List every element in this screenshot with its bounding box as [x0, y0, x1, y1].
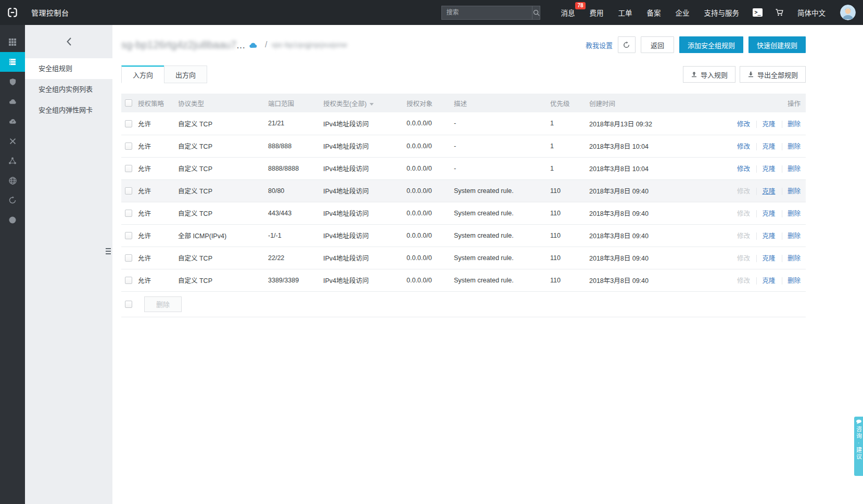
node-cluster-icon[interactable]: [0, 151, 25, 171]
tab-inbound[interactable]: 入方向: [121, 66, 164, 83]
select-all-checkbox[interactable]: [125, 99, 132, 107]
clone-link[interactable]: 克隆: [756, 143, 775, 150]
ecs-instances-icon[interactable]: [0, 52, 25, 72]
cell-description: -: [453, 112, 549, 135]
row-checkbox[interactable]: [125, 277, 132, 284]
sidebar-item-security-group-rules[interactable]: 安全组规则: [25, 58, 112, 79]
cloud-edit-icon[interactable]: [249, 42, 257, 48]
delete-link[interactable]: 删除: [782, 121, 801, 128]
table-row: 允许 自定义 TCP 3389/3389 IPv4地址段访问 0.0.0.0/0…: [121, 269, 806, 291]
cdn-cycle-icon[interactable]: [0, 190, 25, 210]
console-title: 管理控制台: [31, 7, 69, 18]
cloudshell-icon[interactable]: >_: [753, 8, 763, 17]
cell-protocol: 全部 ICMP(IPv4): [177, 224, 267, 247]
cell-description: System created rule.: [453, 202, 549, 224]
cloud-network-icon[interactable]: [0, 111, 25, 131]
sidebar-drag-handle[interactable]: [106, 244, 113, 258]
cell-port-range: 3389/3389: [267, 269, 322, 291]
row-checkbox[interactable]: [125, 210, 132, 217]
cell-auth-type: IPv4地址段访问: [322, 112, 405, 135]
col-auth-type[interactable]: 授权类型(全部): [322, 94, 405, 112]
cell-auth-type: IPv4地址段访问: [322, 135, 405, 157]
delete-link[interactable]: 删除: [782, 188, 801, 195]
table-row: 允许 自定义 TCP 443/443 IPv4地址段访问 0.0.0.0/0 S…: [121, 202, 806, 224]
sidebar-collapse-button[interactable]: [25, 25, 112, 58]
row-checkbox[interactable]: [125, 120, 132, 127]
cell-auth-type: IPv4地址段访问: [322, 224, 405, 247]
modify-link[interactable]: 修改: [737, 277, 750, 285]
modify-link[interactable]: 修改: [737, 121, 750, 128]
add-security-group-rule-button[interactable]: 添加安全组规则: [679, 36, 743, 53]
cell-auth-type: IPv4地址段访问: [322, 202, 405, 224]
user-avatar[interactable]: [840, 5, 856, 20]
tab-outbound[interactable]: 出方向: [164, 66, 207, 83]
cross-service-icon[interactable]: [0, 131, 25, 151]
delete-link[interactable]: 删除: [782, 165, 801, 173]
export-all-rules-button[interactable]: 导出全部规则: [740, 66, 806, 83]
language-switcher[interactable]: 简体中文: [797, 7, 826, 18]
clone-link[interactable]: 克隆: [756, 277, 775, 285]
nav-icp[interactable]: 备案: [647, 7, 661, 18]
apps-grid-icon[interactable]: [0, 32, 25, 52]
nav-enterprise[interactable]: 企业: [676, 7, 690, 18]
delete-link[interactable]: 删除: [782, 232, 801, 240]
chat-bubble-icon: [856, 419, 862, 424]
feedback-float-tab[interactable]: 咨询·建议: [854, 417, 863, 476]
refresh-button[interactable]: [618, 36, 636, 53]
modify-link[interactable]: 修改: [737, 232, 750, 240]
clone-link[interactable]: 克隆: [756, 210, 775, 217]
cell-description: -: [453, 135, 549, 157]
cell-protocol: 自定义 TCP: [177, 157, 267, 179]
status-circle-icon[interactable]: [0, 210, 25, 230]
col-protocol: 协议类型: [177, 94, 267, 112]
search-icon[interactable]: [532, 6, 540, 19]
delete-link[interactable]: 删除: [782, 210, 801, 217]
clone-link[interactable]: 克隆: [756, 121, 775, 128]
cell-description: System created rule.: [453, 247, 549, 269]
modify-link[interactable]: 修改: [737, 165, 750, 173]
row-checkbox[interactable]: [125, 254, 132, 262]
modify-link[interactable]: 修改: [737, 143, 750, 150]
cell-created-time: 2018年3月8日 09:40: [588, 179, 703, 202]
cloud-storage-icon[interactable]: [0, 92, 25, 111]
quick-create-rule-button[interactable]: 快速创建规则: [748, 36, 806, 53]
security-shield-icon[interactable]: [0, 72, 25, 92]
nav-messages[interactable]: 消息 78: [561, 7, 575, 18]
row-checkbox[interactable]: [125, 187, 132, 195]
globe-network-icon[interactable]: [0, 171, 25, 190]
topbar: 管理控制台 消息 78 费用 工单 备案 企业 支持与服务 >_ 简体中文: [0, 0, 863, 25]
modify-link[interactable]: 修改: [737, 255, 750, 262]
sidebar-item-instances-in-group[interactable]: 安全组内实例列表: [25, 79, 112, 100]
modify-link[interactable]: 修改: [737, 188, 750, 195]
row-checkbox[interactable]: [125, 232, 132, 239]
clone-link[interactable]: 克隆: [756, 165, 775, 173]
alibaba-cloud-logo-icon[interactable]: [0, 0, 25, 25]
search-input[interactable]: [442, 9, 532, 16]
import-rules-button[interactable]: 导入规则: [683, 66, 735, 83]
delete-link[interactable]: 删除: [782, 255, 801, 262]
clone-link[interactable]: 克隆: [756, 255, 775, 262]
nav-billing[interactable]: 费用: [590, 7, 604, 18]
batch-delete-button[interactable]: 删除: [144, 296, 182, 312]
sidebar-item-enis-in-group[interactable]: 安全组内弹性网卡: [25, 100, 112, 121]
cell-created-time: 2018年3月8日 10:04: [588, 135, 703, 157]
nav-tickets[interactable]: 工单: [618, 7, 632, 18]
cart-icon[interactable]: [775, 8, 784, 17]
row-checkbox[interactable]: [125, 143, 132, 150]
clone-link[interactable]: 克隆: [756, 232, 775, 240]
cell-port-range: 80/80: [267, 179, 322, 202]
footer-checkbox[interactable]: [125, 301, 132, 308]
download-icon: [747, 71, 754, 78]
cell-port-range: 443/443: [267, 202, 322, 224]
teach-me-setup-link[interactable]: 教我设置: [586, 40, 613, 50]
row-checkbox[interactable]: [125, 165, 132, 172]
cell-protocol: 自定义 TCP: [177, 179, 267, 202]
modify-link[interactable]: 修改: [737, 210, 750, 217]
delete-link[interactable]: 删除: [782, 277, 801, 285]
clone-link[interactable]: 克隆: [756, 188, 775, 195]
delete-link[interactable]: 删除: [782, 143, 801, 150]
col-created: 创建时间: [588, 94, 703, 112]
nav-support[interactable]: 支持与服务: [704, 7, 740, 18]
table-row: 允许 自定义 TCP 21/21 IPv4地址段访问 0.0.0.0/0 - 1…: [121, 112, 806, 135]
back-button[interactable]: 返回: [641, 36, 674, 53]
